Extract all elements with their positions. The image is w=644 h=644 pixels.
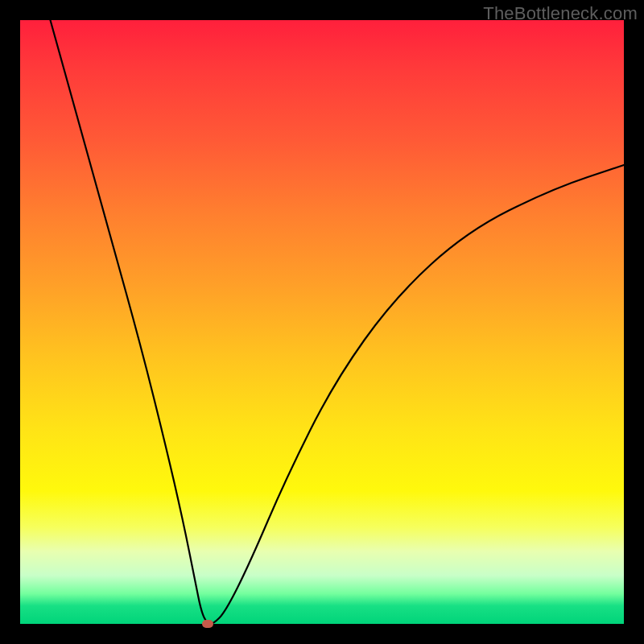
bottleneck-curve [51,20,625,624]
chart-frame: TheBottleneck.com [0,0,644,644]
curve-svg [20,20,624,624]
watermark-text: TheBottleneck.com [483,3,638,24]
minimum-marker [202,620,213,628]
plot-area [20,20,624,624]
